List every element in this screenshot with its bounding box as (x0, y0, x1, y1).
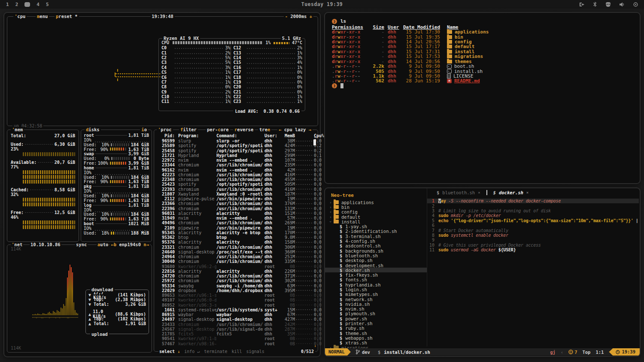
tree-folder-default[interactable]: ›default (325, 214, 427, 219)
editor-pane[interactable]: 1yay -S --noconfirm --needed docker dock… (427, 197, 639, 347)
editor-line-3[interactable]: 3# Limit log size to avoid running out o… (427, 208, 639, 213)
close-icon[interactable]: × (526, 190, 529, 195)
process-row[interactable]: 95345alacrittyalacritty -e btopdhh170M0.… (158, 230, 315, 235)
editor-line-5[interactable]: 5echo '{"log-driver":"json-file","log-op… (427, 218, 639, 223)
signals-action[interactable]: signals (246, 349, 264, 354)
git-branch[interactable]: dev (356, 350, 370, 355)
process-row[interactable]: 49496chromium/usr/lib/chromium/dhh269M0.… (158, 220, 315, 225)
tree-file-backgrounds.sh[interactable]: $backgrounds.sh (325, 248, 427, 253)
info-action[interactable]: info ↵ (184, 349, 200, 354)
tree-file-1-yay.sh[interactable]: $1-yay.sh (325, 224, 427, 229)
volume-icon[interactable] (620, 2, 625, 7)
process-row[interactable]: 42223chromium/usr/lib/chromium/dhh416M0.… (158, 172, 315, 177)
refresh-rate[interactable]: - 2000ms + (284, 14, 313, 19)
terminate-action[interactable]: terminate (204, 349, 227, 354)
disks-box-title[interactable]: disks (85, 127, 101, 132)
select-action[interactable]: select ↓ (159, 349, 180, 354)
sort-selector[interactable]: ← cpu lazy → (277, 127, 313, 132)
tree-file-ruby.sh[interactable]: $ruby.sh (325, 326, 427, 331)
tree-file-bluetooth.sh[interactable]: $bluetooth.sh (325, 253, 427, 258)
proc-footer[interactable]: select ↓info ↵terminatekillsignals (158, 349, 313, 354)
system-tray[interactable] (579, 0, 638, 9)
process-row[interactable]: 21785fcitx5fcitx5dhh35M0.0 (158, 332, 315, 336)
process-row[interactable]: 23433chromium/usr/lib/chromium/dhh242M0.… (158, 322, 315, 327)
tree-file-nvim.sh[interactable]: $nvim.sh (325, 307, 427, 311)
process-row[interactable]: 2109pipewire/usr/bin/pipewiredhh19M0.0 (158, 226, 315, 230)
tree-file-mimetypes.sh[interactable]: $mimetypes.sh (325, 292, 427, 297)
tree-folder-migrations[interactable]: ›migrations (325, 345, 427, 348)
per-core-toggle[interactable]: per-core (206, 127, 230, 132)
tree-folder-install[interactable]: ›install (325, 219, 427, 224)
tree-file-4-config.sh[interactable]: $4-config.sh (325, 238, 427, 243)
tree-file-login.sh[interactable]: $login.sh (325, 287, 427, 292)
proc-box-title[interactable]: 'proc (157, 127, 173, 132)
process-row[interactable]: 23321chromium/usr/lib/chromium/dhh306M0.… (158, 245, 315, 250)
tree-file-theme.sh[interactable]: $theme.sh (325, 331, 427, 335)
process-row[interactable]: 24640signal-desktop/proc/self/exe --tdhh… (158, 250, 315, 254)
close-icon[interactable]: × (478, 190, 480, 195)
process-row[interactable]: 25458spotify/opt/spotify/spotidhh297M0.2 (158, 148, 315, 153)
net-iface-switch[interactable]: ←b enp194s0 n→ (110, 242, 150, 247)
scroll-down-icon[interactable]: ↓ (314, 344, 316, 348)
net-auto-button[interactable]: auto (97, 242, 109, 247)
kill-action[interactable]: kill (232, 349, 242, 354)
process-row[interactable]: 90541kworker/u97:1-btroot0B0.0 (158, 336, 315, 341)
process-row[interactable]: 89653kworker/u96:1-sdroot0B0.0 (158, 293, 315, 298)
process-row[interactable]: 96599slurpslurp -ordhh38M0.0 (158, 139, 315, 143)
tree-file-3-terminal.sh[interactable]: $3-terminal.sh (325, 234, 427, 238)
tree-file-development.sh[interactable]: $development.sh (325, 263, 427, 268)
process-row[interactable]: 24497signal-desktopsignal-desktopdhh427M… (158, 317, 315, 322)
bluetooth-icon[interactable] (593, 2, 597, 7)
tree-folder-config[interactable]: ›config (325, 210, 427, 214)
io-toggle[interactable]: io (140, 127, 148, 132)
process-row[interactable]: 95376alacrittyalacrittydhh158M0.0 (158, 240, 315, 244)
proc-header[interactable]: Pid:Program:Command:User:MemBCpu% (158, 133, 315, 139)
process-row[interactable]: 1661systemd-resolve/usr/lib/systemd/ssys… (158, 308, 315, 312)
tree-file-asdcontrol.sh[interactable]: $asdcontrol.sh (325, 244, 427, 248)
process-row[interactable]: 22396chromium/usr/lib/chromium/dhh131M0.… (158, 206, 315, 211)
process-row[interactable]: 22348chromium/usr/lib/chromium/dhh455M0.… (158, 177, 315, 182)
tree-folder-applications[interactable]: ›applications (325, 200, 427, 205)
tree-file-plymouth.sh[interactable]: $plymouth.sh (325, 311, 427, 316)
menu-button[interactable]: menu (36, 14, 49, 19)
process-row[interactable]: 24964chromium/usr/lib/chromium/dhh251M0.… (158, 254, 315, 259)
settings-icon[interactable] (633, 2, 638, 7)
tree-file-network.sh[interactable]: $network.sh (325, 297, 427, 302)
tree-file-nvidia.sh[interactable]: $nvidia.sh (325, 302, 427, 306)
logout-icon[interactable] (579, 2, 585, 7)
editor-line-1[interactable]: 1yay -S --noconfirm --needed docker dock… (427, 199, 639, 203)
preset-button[interactable]: preset * (55, 14, 79, 19)
process-row[interactable]: 96162nvimnvim --embed .dhh42M0.0 (158, 168, 315, 172)
process-row[interactable]: 96031alacrittyalacrittydhh151M0.0 (158, 211, 315, 216)
tree-folder-bin[interactable]: ›bin (325, 205, 427, 209)
editor-line-11[interactable]: 11sudo usermod -aG docker ${USER} (427, 247, 639, 252)
process-row[interactable]: 24567signal-desktop/usr/lib/signal-dedhh… (158, 327, 315, 332)
tree-file-printer.sh[interactable]: $printer.sh (325, 321, 427, 326)
process-row[interactable]: 95334swaybgswaybg -i /home/dhdhh63M0.0 (158, 284, 315, 288)
process-row[interactable]: 49107kworker/u96:0-dmroot0B0.0 (158, 298, 315, 302)
process-row[interactable]: 24720chromium/usr/lib/chromium/dhh371M0.… (158, 274, 315, 278)
tree-toggle[interactable]: tree (258, 127, 271, 132)
editor-line-8[interactable]: 8sudo systemctl enable docker (427, 233, 639, 238)
process-row[interactable]: 93680kworker/u96:2-gfroot0B0.0 (158, 264, 315, 269)
process-row[interactable]: 31949nvimnvim --embed .dhh57M0.0 (158, 216, 315, 220)
tree-file-fonts.sh[interactable]: $fonts.sh (325, 278, 427, 282)
process-row[interactable]: 86915waybarwaybardhh67M0.0 (158, 312, 315, 317)
process-row[interactable]: 30040chromium/usr/lib/chromium/dhh335M0.… (158, 259, 315, 264)
file-row[interactable]: .rw-r--r--562dhh28 Jun 15:19MREADME.md (332, 78, 640, 83)
process-row[interactable]: 2112pipewire-pulse/usr/bin/pipewire-dhh1… (158, 196, 315, 201)
mem-box-title[interactable]: 'mem (11, 127, 24, 132)
process-row[interactable]: 21807XwaylandXwayland :0 -rootldhh187M0.… (158, 192, 315, 196)
process-row[interactable]: 21721HyprlandHyprlanddhh299M0.1 (158, 153, 315, 158)
process-row[interactable]: 25589spotify/opt/spotify/spotidhh424M0.2 (158, 143, 315, 148)
reverse-toggle[interactable]: reverse (233, 127, 255, 132)
tree-file-docker.sh[interactable]: $docker.sh (325, 268, 427, 272)
tree-file-desktop.sh[interactable]: $desktop.sh (325, 258, 427, 263)
process-row[interactable]: 23344chromium/usr/lib/chromium/dhh235M0.… (158, 163, 315, 167)
process-row[interactable]: 25423spotify/opt/spotify/spotidhh505M0.0 (158, 182, 315, 187)
process-row[interactable]: 22816alacrittyalacrittydhh226M0.0 (158, 269, 315, 274)
scrollbar-thumb[interactable] (313, 139, 316, 145)
editor-line-9[interactable]: 9 (427, 238, 639, 242)
tree-file-hyprlandia.sh[interactable]: $hyprlandia.sh (325, 282, 427, 287)
vpn-icon[interactable] (605, 2, 611, 7)
